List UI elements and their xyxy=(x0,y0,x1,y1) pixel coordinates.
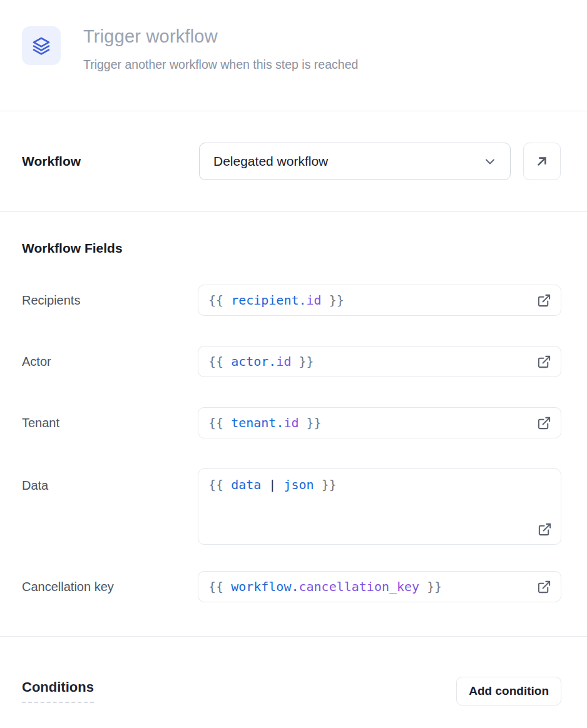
conditions-section: Conditions Add condition xyxy=(0,637,587,705)
template-expression: {{ recipient.id }} xyxy=(208,293,344,308)
workflow-fields-list: Recipients {{ recipient.id }} Actor {{ a… xyxy=(22,285,561,602)
add-condition-button[interactable]: Add condition xyxy=(456,677,561,705)
actor-template-input[interactable]: {{ actor.id }} xyxy=(198,346,561,377)
page-subtitle: Trigger another workflow when this step … xyxy=(83,58,358,72)
template-expression: {{ tenant.id }} xyxy=(208,415,322,430)
field-row-actor: Actor {{ actor.id }} xyxy=(22,346,561,377)
field-row-cancellation-key: Cancellation key {{ workflow.cancellatio… xyxy=(22,571,561,602)
workflow-fields-section: Workflow Fields Recipients {{ recipient.… xyxy=(0,212,587,602)
external-link-icon[interactable] xyxy=(537,355,551,369)
external-link-icon[interactable] xyxy=(537,416,551,430)
field-label: Data xyxy=(22,468,198,493)
recipients-template-input[interactable]: {{ recipient.id }} xyxy=(198,285,561,316)
external-link-icon[interactable] xyxy=(537,293,551,308)
data-template-input[interactable]: {{ data | json }} xyxy=(198,468,561,545)
step-header-text: Trigger workflow Trigger another workflo… xyxy=(83,26,358,72)
open-workflow-button[interactable] xyxy=(523,143,561,180)
external-link-icon[interactable] xyxy=(537,580,551,594)
step-icon-box xyxy=(22,26,61,65)
workflow-label: Workflow xyxy=(22,154,199,169)
template-expression: {{ data | json }} xyxy=(208,477,337,492)
field-row-data: Data {{ data | json }} xyxy=(22,468,561,545)
field-label: Recipients xyxy=(22,293,198,308)
field-row-recipients: Recipients {{ recipient.id }} xyxy=(22,285,561,316)
conditions-heading: Conditions xyxy=(22,679,94,703)
tenant-template-input[interactable]: {{ tenant.id }} xyxy=(198,407,561,438)
field-label: Cancellation key xyxy=(22,580,198,594)
field-row-tenant: Tenant {{ tenant.id }} xyxy=(22,407,561,438)
page-title: Trigger workflow xyxy=(83,26,358,47)
layers-icon xyxy=(31,36,51,56)
workflow-select[interactable]: Delegated workflow xyxy=(199,143,511,180)
arrow-up-right-icon xyxy=(534,153,550,169)
template-expression: {{ actor.id }} xyxy=(208,354,314,369)
workflow-fields-heading: Workflow Fields xyxy=(22,241,561,256)
field-label: Actor xyxy=(22,355,198,369)
workflow-select-row: Workflow Delegated workflow xyxy=(0,111,587,211)
external-link-icon[interactable] xyxy=(538,522,552,537)
field-label: Tenant xyxy=(22,416,198,430)
workflow-select-value: Delegated workflow xyxy=(213,154,328,169)
template-expression: {{ workflow.cancellation_key }} xyxy=(208,579,442,594)
cancellation-key-template-input[interactable]: {{ workflow.cancellation_key }} xyxy=(198,571,561,602)
step-header: Trigger workflow Trigger another workflo… xyxy=(0,0,587,111)
chevron-down-icon xyxy=(482,154,498,169)
